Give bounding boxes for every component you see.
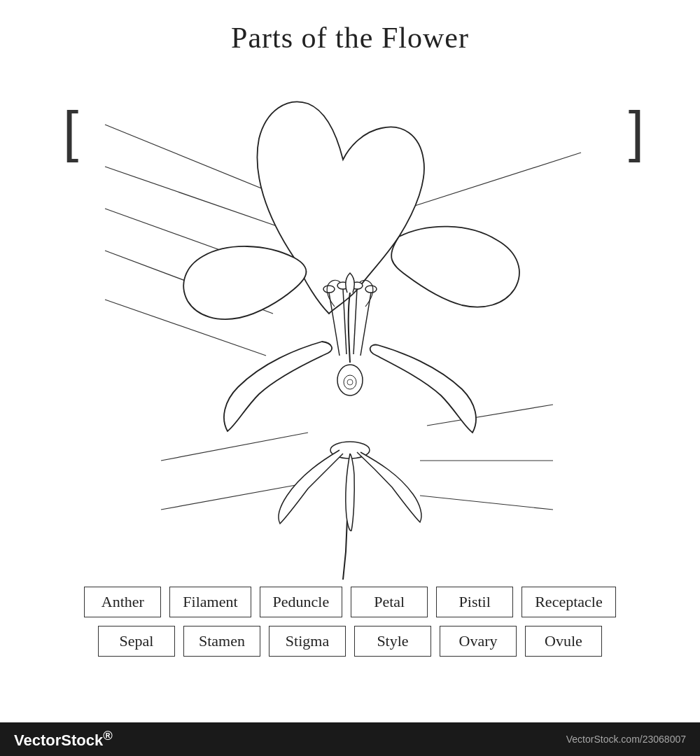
word-pistil: Pistil <box>436 587 513 617</box>
diagram-area: [ ] <box>49 62 651 580</box>
word-anther: Anther <box>84 587 161 617</box>
page-title: Parts of the Flower <box>231 21 469 55</box>
word-row-1: Anther Filament Peduncle Petal Pistil Re… <box>35 587 665 617</box>
word-stamen: Stamen <box>183 626 260 657</box>
logo-symbol: ® <box>103 728 113 743</box>
main-container: Parts of the Flower [ ] <box>0 0 700 756</box>
footer-logo: VectorStock® <box>14 728 113 750</box>
word-filament: Filament <box>169 587 251 617</box>
word-stigma: Stigma <box>269 626 346 657</box>
flower-diagram <box>49 62 651 580</box>
word-sepal: Sepal <box>98 626 175 657</box>
word-peduncle: Peduncle <box>260 587 343 617</box>
word-bank: Anther Filament Peduncle Petal Pistil Re… <box>35 587 665 665</box>
svg-point-22 <box>347 379 353 385</box>
svg-line-10 <box>420 496 553 510</box>
svg-point-16 <box>323 286 335 293</box>
word-receptacle: Receptacle <box>522 587 616 617</box>
word-style: Style <box>354 626 431 657</box>
word-row-2: Sepal Stamen Stigma Style Ovary Ovule <box>35 626 665 657</box>
logo-text: VectorStock <box>14 732 103 750</box>
svg-point-19 <box>365 286 377 293</box>
footer-bar: VectorStock® VectorStock.com/23068007 <box>0 722 700 756</box>
svg-line-7 <box>406 153 581 209</box>
word-petal: Petal <box>351 587 428 617</box>
svg-line-5 <box>161 433 308 461</box>
footer-url: VectorStock.com/23068007 <box>566 734 686 745</box>
svg-line-15 <box>360 293 371 356</box>
word-ovary: Ovary <box>440 626 517 657</box>
svg-line-14 <box>354 289 357 354</box>
svg-line-8 <box>427 405 553 426</box>
word-ovule: Ovule <box>525 626 602 657</box>
